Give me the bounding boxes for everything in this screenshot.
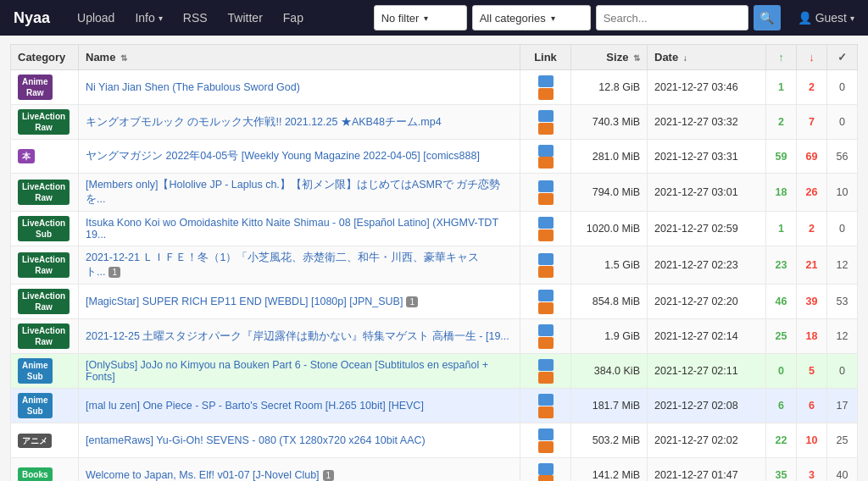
magnet-link-icon[interactable]	[538, 441, 554, 453]
cell-leechers: 39	[797, 285, 827, 319]
torrent-name-link[interactable]: [OnlySubs] JoJo no Kimyou na Bouken Part…	[86, 359, 488, 383]
torrent-name-link[interactable]: Ni Yian Jian Shen (The Fabulous Sword Go…	[86, 81, 300, 93]
cell-size: 794.0 MiB	[571, 174, 648, 212]
col-link: Link	[520, 45, 571, 70]
magnet-link-icon[interactable]	[538, 123, 554, 135]
nav-rss[interactable]: RSS	[173, 0, 218, 36]
nav-info[interactable]: Info ▾	[125, 0, 172, 36]
cell-size: 181.7 MiB	[571, 389, 648, 423]
category-badge[interactable]: AnimeSub	[18, 358, 53, 384]
cell-leechers: 6	[797, 389, 827, 423]
cell-link	[520, 70, 571, 105]
magnet-link-icon[interactable]	[538, 266, 554, 278]
cell-category: LiveActionRaw	[11, 246, 79, 285]
category-badge[interactable]: AnimeRaw	[18, 75, 53, 100]
category-badge[interactable]: アニメ	[18, 434, 52, 448]
download-torrent-icon[interactable]	[538, 290, 554, 301]
cell-seeders: 23	[766, 246, 797, 285]
download-torrent-icon[interactable]	[538, 359, 554, 371]
cell-name: Welcome to Japan, Ms. Elf! v01-07 [J-Nov…	[79, 457, 520, 481]
cell-date: 2021-12-27 02:20	[648, 285, 766, 319]
download-torrent-icon[interactable]	[538, 324, 554, 336]
magnet-link-icon[interactable]	[538, 88, 554, 100]
cell-downloads: 10	[827, 174, 858, 212]
category-badge[interactable]: LiveActionRaw	[18, 289, 70, 314]
download-torrent-icon[interactable]	[538, 75, 554, 87]
table-row: アニメ[entameRaws] Yu-Gi-Oh! SEVENS - 080 (…	[11, 423, 858, 457]
category-select[interactable]: All categories ▾	[472, 5, 591, 30]
cell-downloads: 17	[827, 389, 858, 423]
download-torrent-icon[interactable]	[538, 145, 554, 157]
col-date[interactable]: Date ↓	[648, 45, 766, 70]
table-row: LiveActionRaw[MagicStar] SUPER RICH EP11…	[11, 285, 858, 319]
category-badge[interactable]: LiveActionRaw	[18, 323, 70, 349]
torrent-name-link[interactable]: Welcome to Japan, Ms. Elf! v01-07 [J-Nov…	[86, 469, 320, 481]
user-icon: 👤	[798, 11, 812, 25]
category-badge[interactable]: LiveActionRaw	[18, 109, 70, 135]
col-dl[interactable]: ✓	[827, 45, 858, 70]
cell-downloads: 0	[827, 212, 858, 246]
torrent-name-link[interactable]: [entameRaws] Yu-Gi-Oh! SEVENS - 080 (TX …	[86, 434, 426, 446]
torrent-name-link[interactable]: ヤングマガジン 2022年04-05号 [Weekly Young Magazi…	[86, 150, 480, 162]
cell-category: AnimeRaw	[11, 70, 79, 105]
torrent-name-link[interactable]: [mal lu zen] One Piece - SP - Barto's Se…	[86, 400, 424, 412]
category-badge[interactable]: LiveActionRaw	[18, 252, 70, 278]
col-le[interactable]: ↓	[797, 45, 827, 70]
magnet-link-icon[interactable]	[538, 229, 554, 241]
cell-seeders: 18	[766, 174, 797, 212]
category-badge[interactable]: LiveActionRaw	[18, 180, 70, 205]
torrent-name-link[interactable]: キングオブモルック のモルック大作戦!! 2021.12.25 ★AKB48チー…	[86, 116, 442, 128]
table-row: BooksWelcome to Japan, Ms. Elf! v01-07 […	[11, 457, 858, 481]
cell-date: 2021-12-27 03:01	[648, 174, 766, 212]
cell-link	[520, 140, 571, 174]
cell-date: 2021-12-27 03:31	[648, 140, 766, 174]
cell-leechers: 69	[797, 140, 827, 174]
cell-category: LiveActionRaw	[11, 319, 79, 354]
download-torrent-icon[interactable]	[538, 217, 554, 229]
torrent-name-link[interactable]: [MagicStar] SUPER RICH EP11 END [WEBDL] …	[86, 296, 403, 307]
torrent-name-link[interactable]: 2021-12-21 ＬＩＦＥ！冬（1）「小芝風花、赤楚衛二、和牛・川西、豪華キ…	[86, 252, 479, 278]
cell-leechers: 18	[797, 319, 827, 354]
brand-logo[interactable]: Nyaa	[14, 9, 50, 27]
filter-select[interactable]: No filter ▾	[374, 5, 467, 30]
col-se[interactable]: ↑	[766, 45, 797, 70]
nav-upload[interactable]: Upload	[67, 0, 125, 36]
cell-category: Books	[11, 457, 79, 481]
search-input[interactable]	[596, 5, 748, 30]
download-torrent-icon[interactable]	[538, 428, 554, 440]
download-torrent-icon[interactable]	[538, 180, 554, 192]
cell-link	[520, 246, 571, 285]
torrent-name-link[interactable]: 2021-12-25 土曜スタジオパーク『岸辺露伴は動かない』特集マゲスト 高橋…	[86, 330, 509, 342]
magnet-link-icon[interactable]	[538, 406, 554, 418]
category-badge[interactable]: 本	[18, 149, 35, 163]
category-badge[interactable]: LiveActionSub	[18, 216, 70, 241]
torrent-name-link[interactable]: Itsuka Kono Koi wo Omoidashite Kitto Nai…	[86, 217, 498, 240]
category-badge[interactable]: AnimeSub	[18, 393, 53, 418]
name-sort-icon[interactable]: ⇅	[120, 53, 127, 63]
cell-name: [mal lu zen] One Piece - SP - Barto's Se…	[79, 389, 520, 423]
nav-fap[interactable]: Fap	[273, 0, 314, 36]
magnet-link-icon[interactable]	[538, 337, 554, 349]
cell-name: [MagicStar] SUPER RICH EP11 END [WEBDL] …	[79, 285, 520, 319]
guest-menu[interactable]: 👤 Guest ▾	[798, 11, 854, 25]
magnet-link-icon[interactable]	[538, 193, 554, 205]
download-torrent-icon[interactable]	[538, 253, 554, 265]
cell-seeders: 0	[766, 354, 797, 389]
col-size[interactable]: Size ⇅	[571, 45, 648, 70]
search-button[interactable]: 🔍	[754, 5, 781, 30]
download-torrent-icon[interactable]	[538, 463, 554, 475]
cell-downloads: 25	[827, 423, 858, 457]
cell-size: 740.3 MiB	[571, 105, 648, 140]
magnet-link-icon[interactable]	[538, 372, 554, 384]
magnet-link-icon[interactable]	[538, 302, 554, 314]
navbar: Nyaa Upload Info ▾ RSS Twitter Fap No fi…	[0, 0, 868, 36]
nav-twitter[interactable]: Twitter	[218, 0, 273, 36]
magnet-link-icon[interactable]	[538, 157, 554, 169]
torrent-name-link[interactable]: [Members only]【Hololive JP - Laplus ch.】…	[86, 179, 500, 205]
cell-leechers: 7	[797, 105, 827, 140]
cell-link	[520, 457, 571, 481]
download-torrent-icon[interactable]	[538, 110, 554, 122]
magnet-link-icon[interactable]	[538, 475, 554, 481]
download-torrent-icon[interactable]	[538, 394, 554, 406]
category-badge[interactable]: Books	[18, 467, 53, 481]
